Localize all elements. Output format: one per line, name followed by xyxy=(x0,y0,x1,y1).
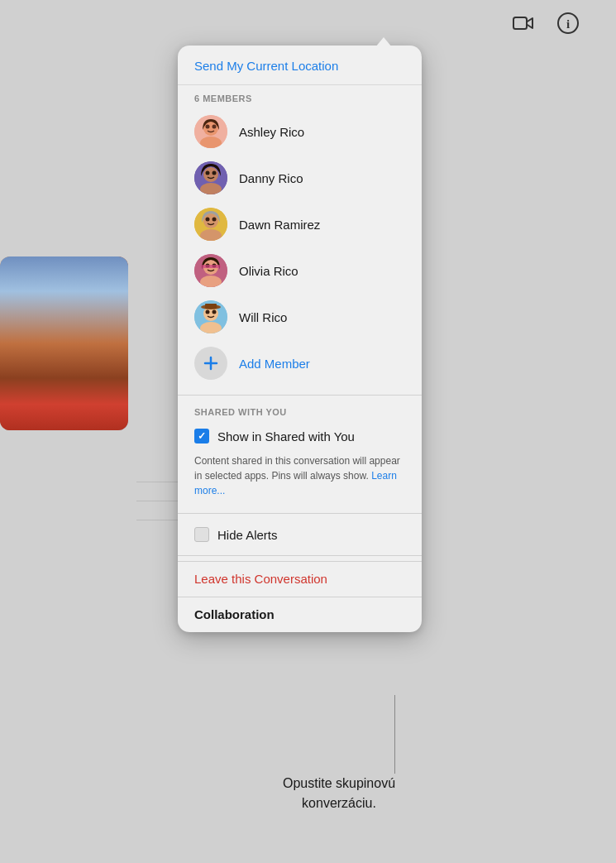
info-circle-icon[interactable]: i xyxy=(553,8,583,38)
divider-2 xyxy=(178,513,422,514)
svg-point-28 xyxy=(212,310,217,314)
divider-1 xyxy=(178,395,422,396)
hide-alerts-label: Hide Alerts xyxy=(217,528,278,542)
avatar-dawn xyxy=(194,208,227,241)
avatar-will xyxy=(194,300,227,333)
avatar-ashley xyxy=(194,115,227,148)
members-section-header: 6 MEMBERS xyxy=(178,85,422,108)
collab-row[interactable]: Collaboration xyxy=(178,597,422,632)
avatar-danny xyxy=(194,161,227,194)
photo-figure xyxy=(0,257,128,430)
svg-rect-0 xyxy=(513,17,527,29)
show-in-shared-row[interactable]: Show in Shared with You xyxy=(178,422,422,450)
svg-point-7 xyxy=(212,125,217,129)
video-camera-icon[interactable] xyxy=(509,8,538,38)
member-item-will[interactable]: Will Rico xyxy=(178,294,422,340)
popup-inner: Send My Current Location 6 MEMBERS xyxy=(178,46,422,632)
add-member-row[interactable]: Add Member xyxy=(178,340,422,386)
svg-point-6 xyxy=(206,125,210,129)
callout-line xyxy=(394,695,395,774)
divider-3 xyxy=(178,555,422,556)
add-member-circle xyxy=(194,347,227,380)
member-name-olivia: Olivia Rico xyxy=(239,264,298,278)
collab-label: Collaboration xyxy=(194,607,275,621)
avatar-olivia xyxy=(194,254,227,287)
shared-description: Content shared in this conversation will… xyxy=(178,450,422,508)
leave-row[interactable]: Leave this Conversation xyxy=(178,561,422,597)
show-in-shared-label: Show in Shared with You xyxy=(217,429,355,443)
svg-rect-23 xyxy=(201,265,221,268)
svg-text:i: i xyxy=(566,17,570,31)
member-name-dawn: Dawn Ramirez xyxy=(239,218,320,232)
svg-rect-30 xyxy=(205,304,217,309)
hide-alerts-row[interactable]: Hide Alerts xyxy=(178,519,422,550)
send-location-button[interactable]: Send My Current Location xyxy=(178,46,422,85)
member-item-danny[interactable]: Danny Rico xyxy=(178,155,422,201)
member-name-danny: Danny Rico xyxy=(239,171,303,185)
svg-point-12 xyxy=(212,171,217,175)
top-bar: i xyxy=(509,8,583,38)
member-name-will: Will Rico xyxy=(239,310,287,324)
shared-with-you-header: SHARED WITH YOU xyxy=(178,400,422,422)
member-list: Ashley Rico Danny Rico xyxy=(178,108,422,390)
tooltip-text: Opustite skupinovú konverzáciu. xyxy=(256,774,422,813)
side-lines xyxy=(136,463,178,539)
svg-point-27 xyxy=(206,310,210,314)
hide-alerts-checkbox[interactable] xyxy=(194,527,209,542)
member-item-ashley[interactable]: Ashley Rico xyxy=(178,108,422,155)
svg-point-9 xyxy=(203,167,218,182)
shared-with-you-section: SHARED WITH YOU Show in Shared with You … xyxy=(178,400,422,508)
show-in-shared-checkbox[interactable] xyxy=(194,429,209,443)
member-name-ashley: Ashley Rico xyxy=(239,125,304,139)
svg-point-17 xyxy=(212,218,217,222)
member-item-dawn[interactable]: Dawn Ramirez xyxy=(178,201,422,247)
member-item-olivia[interactable]: Olivia Rico xyxy=(178,247,422,294)
detail-popup: Send My Current Location 6 MEMBERS xyxy=(178,46,422,632)
photo-card xyxy=(0,257,128,430)
leave-label[interactable]: Leave this Conversation xyxy=(194,572,327,586)
svg-point-11 xyxy=(206,171,210,175)
svg-point-16 xyxy=(206,218,210,222)
add-member-label: Add Member xyxy=(239,357,310,371)
